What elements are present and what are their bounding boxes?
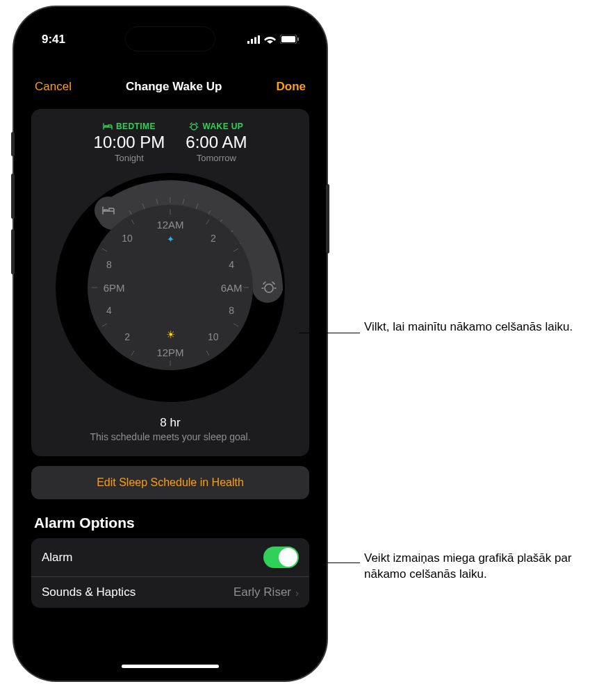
status-icons: [247, 35, 299, 44]
sleep-hours: 8 hr: [38, 416, 302, 430]
power-button: [326, 184, 329, 253]
sun-icon: ☀: [166, 328, 175, 341]
iphone-frame: 9:41 Cancel Change Wake Up Done BEDTIME: [14, 7, 327, 681]
callout-2: Veikt izmaiņas miega grafikā plašāk par …: [364, 551, 586, 583]
alarm-icon: [261, 281, 277, 294]
wakeup-block: WAKE UP 6:00 AM Tomorrow: [186, 122, 247, 163]
callout-line-1: [299, 333, 360, 333]
tick-12am: 12AM: [156, 219, 183, 231]
tick-2b: 2: [124, 331, 130, 342]
edit-schedule-button[interactable]: Edit Sleep Schedule in Health: [31, 466, 309, 499]
svg-line-27: [131, 351, 134, 356]
alarm-options-list: Alarm Sounds & Haptics Early Riser ›: [31, 538, 309, 608]
callout-1: Vilkt, lai mainītu nākamo celšanās laiku…: [364, 319, 586, 335]
svg-line-24: [233, 324, 238, 326]
wakeup-value: 6:00 AM: [186, 133, 247, 152]
alarm-options-header: Alarm Options: [34, 515, 306, 531]
wakeup-label: WAKE UP: [186, 122, 247, 131]
sounds-row[interactable]: Sounds & Haptics Early Riser ›: [31, 577, 309, 608]
bedtime-label: BEDTIME: [94, 122, 165, 131]
screen: 9:41 Cancel Change Wake Up Done BEDTIME: [21, 14, 320, 674]
svg-point-32: [265, 284, 273, 292]
alarm-row[interactable]: Alarm: [31, 538, 309, 577]
stars-icon: ✦: [167, 234, 174, 244]
done-button[interactable]: Done: [277, 80, 306, 94]
svg-line-31: [131, 219, 134, 224]
bedtime-sub: Tonight: [94, 153, 165, 163]
svg-line-30: [102, 249, 107, 251]
tick-8b: 8: [106, 259, 112, 270]
alarm-icon: [189, 122, 199, 131]
svg-rect-5: [281, 36, 295, 42]
tick-6pm: 6PM: [104, 282, 125, 294]
tick-4: 4: [229, 259, 234, 270]
wakeup-sub: Tomorrow: [186, 153, 247, 163]
battery-icon: [280, 35, 299, 44]
nav-bar: Cancel Change Wake Up Done: [21, 52, 320, 102]
sleep-dial[interactable]: 12AM 2 4 6AM 8 10 12PM 2 4 6PM 8 10 ✦ ☀: [56, 173, 285, 402]
volume-up-button: [11, 174, 15, 219]
schedule-card: BEDTIME 10:00 PM Tonight WAKE UP 6:00 AM…: [31, 109, 309, 456]
svg-line-28: [102, 324, 107, 326]
home-indicator[interactable]: [122, 665, 219, 668]
tick-10: 10: [208, 331, 219, 342]
tick-10b: 10: [122, 233, 133, 244]
svg-rect-2: [254, 37, 256, 44]
tick-2: 2: [211, 233, 216, 244]
bed-icon: [101, 206, 115, 215]
tick-6am: 6AM: [221, 282, 243, 294]
sleep-summary: 8 hr This schedule meets your sleep goal…: [38, 416, 302, 442]
svg-line-21: [206, 219, 209, 224]
cancel-button[interactable]: Cancel: [35, 80, 72, 94]
cellular-icon: [247, 35, 260, 44]
svg-line-22: [233, 249, 238, 251]
times-row: BEDTIME 10:00 PM Tonight WAKE UP 6:00 AM…: [38, 122, 302, 163]
chevron-right-icon: ›: [295, 587, 299, 599]
tick-12pm: 12PM: [156, 346, 183, 358]
bedtime-value: 10:00 PM: [94, 133, 165, 152]
wifi-icon: [264, 35, 276, 44]
svg-rect-3: [258, 35, 260, 44]
svg-rect-1: [251, 39, 253, 44]
volume-down-button: [11, 229, 15, 274]
sounds-value: Early Riser: [233, 585, 291, 599]
nav-title: Change Wake Up: [126, 80, 222, 94]
svg-line-25: [206, 351, 209, 356]
svg-rect-6: [297, 38, 299, 41]
status-time: 9:41: [42, 33, 65, 47]
wakeup-handle[interactable]: [255, 274, 283, 301]
bed-icon: [103, 123, 113, 130]
callout-line-2: [316, 562, 360, 563]
alarm-toggle[interactable]: [263, 547, 299, 568]
tick-4b: 4: [106, 305, 112, 316]
bedtime-handle[interactable]: [95, 197, 122, 224]
bedtime-block: BEDTIME 10:00 PM Tonight: [94, 122, 165, 163]
alarm-label: Alarm: [42, 551, 72, 565]
dial-face: 12AM 2 4 6AM 8 10 12PM 2 4 6PM 8 10 ✦ ☀: [88, 205, 253, 370]
tick-8: 8: [229, 305, 234, 316]
svg-point-7: [191, 124, 197, 130]
dynamic-island: [125, 26, 215, 51]
side-button: [11, 132, 15, 156]
svg-rect-0: [247, 41, 249, 44]
sounds-label: Sounds & Haptics: [42, 585, 136, 599]
sleep-goal-text: This schedule meets your sleep goal.: [38, 431, 302, 442]
content: BEDTIME 10:00 PM Tonight WAKE UP 6:00 AM…: [21, 102, 320, 615]
